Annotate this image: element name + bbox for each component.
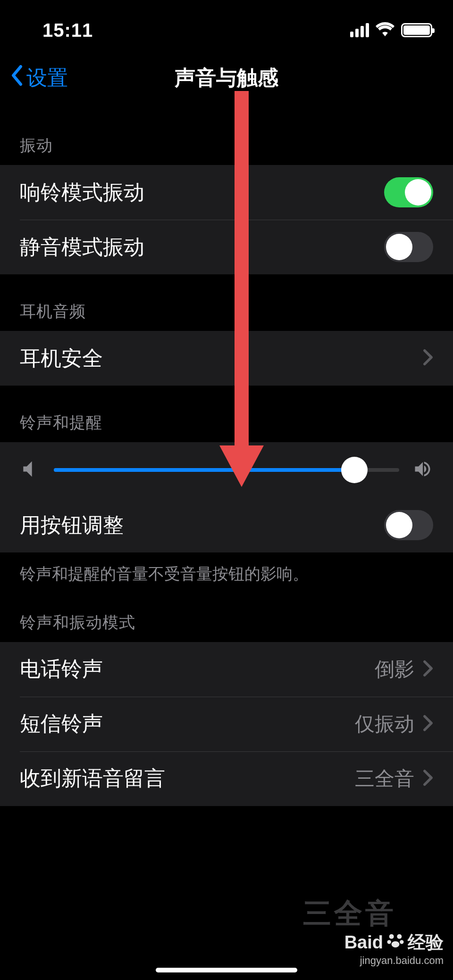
section-header-ringer: 铃声和提醒 bbox=[0, 386, 453, 442]
ringer-footer-text: 铃声和提醒的音量不受音量按钮的影响。 bbox=[0, 552, 453, 585]
vibrate-on-ring-toggle[interactable] bbox=[384, 177, 433, 207]
battery-icon bbox=[401, 23, 432, 37]
vibrate-on-silent-label: 静音模式振动 bbox=[20, 233, 144, 261]
vibrate-on-ring-row[interactable]: 响铃模式振动 bbox=[0, 165, 453, 220]
vibrate-on-silent-row[interactable]: 静音模式振动 bbox=[0, 220, 453, 274]
volume-low-icon bbox=[20, 459, 41, 481]
svg-point-3 bbox=[400, 940, 403, 944]
navigation-bar: 设置 声音与触感 bbox=[0, 47, 453, 108]
text-tone-row[interactable]: 短信铃声 仅振动 bbox=[0, 697, 453, 751]
watermark-brand: Baid bbox=[344, 932, 383, 953]
chevron-right-icon bbox=[423, 769, 433, 788]
status-icons bbox=[350, 22, 432, 38]
ringtone-value: 倒影 bbox=[375, 656, 414, 683]
back-button[interactable]: 设置 bbox=[0, 64, 68, 92]
headphone-safety-row[interactable]: 耳机安全 bbox=[0, 331, 453, 386]
watermark-background-text: 三全音 bbox=[303, 895, 396, 933]
watermark: Baid 经验 jingyan.baidu.com bbox=[344, 931, 444, 967]
svg-point-4 bbox=[392, 941, 400, 947]
volume-high-icon bbox=[412, 459, 433, 481]
change-with-buttons-label: 用按钮调整 bbox=[20, 511, 124, 539]
svg-point-1 bbox=[397, 934, 402, 939]
page-title: 声音与触感 bbox=[0, 64, 453, 92]
vibrate-on-ring-label: 响铃模式振动 bbox=[20, 179, 144, 206]
ringer-group: 用按钮调整 bbox=[0, 442, 453, 552]
voicemail-row[interactable]: 收到新语音留言 三全音 bbox=[0, 751, 453, 806]
section-header-sounds: 铃声和振动模式 bbox=[0, 585, 453, 642]
back-label: 设置 bbox=[26, 64, 68, 92]
watermark-suffix: 经验 bbox=[408, 931, 444, 955]
section-header-vibration: 振动 bbox=[0, 108, 453, 165]
paw-icon bbox=[386, 931, 405, 954]
sounds-group: 电话铃声 倒影 短信铃声 仅振动 收到新语音留言 三全音 bbox=[0, 642, 453, 806]
ringtone-row[interactable]: 电话铃声 倒影 bbox=[0, 642, 453, 697]
voicemail-label: 收到新语音留言 bbox=[20, 765, 165, 792]
svg-point-0 bbox=[389, 934, 394, 939]
vibration-group: 响铃模式振动 静音模式振动 bbox=[0, 165, 453, 274]
volume-slider-row bbox=[0, 442, 453, 498]
section-header-headphone: 耳机音频 bbox=[0, 274, 453, 331]
voicemail-value: 三全音 bbox=[355, 766, 414, 792]
watermark-url: jingyan.baidu.com bbox=[344, 955, 444, 967]
status-time: 15:11 bbox=[42, 20, 93, 41]
ringtone-label: 电话铃声 bbox=[20, 655, 103, 683]
vibrate-on-silent-toggle[interactable] bbox=[384, 232, 433, 262]
headphone-safety-label: 耳机安全 bbox=[20, 345, 103, 372]
chevron-right-icon bbox=[423, 660, 433, 679]
wifi-icon bbox=[376, 22, 394, 38]
text-tone-value: 仅振动 bbox=[355, 711, 414, 737]
cellular-signal-icon bbox=[350, 23, 369, 37]
change-with-buttons-row[interactable]: 用按钮调整 bbox=[0, 498, 453, 552]
chevron-right-icon bbox=[423, 349, 433, 368]
change-with-buttons-toggle[interactable] bbox=[384, 510, 433, 540]
headphone-group: 耳机安全 bbox=[0, 331, 453, 386]
volume-slider[interactable] bbox=[54, 457, 399, 483]
home-indicator[interactable] bbox=[156, 968, 297, 972]
svg-point-2 bbox=[387, 940, 391, 944]
chevron-right-icon bbox=[423, 715, 433, 733]
status-bar: 15:11 bbox=[0, 0, 453, 47]
text-tone-label: 短信铃声 bbox=[20, 710, 103, 738]
chevron-left-icon bbox=[9, 65, 25, 91]
